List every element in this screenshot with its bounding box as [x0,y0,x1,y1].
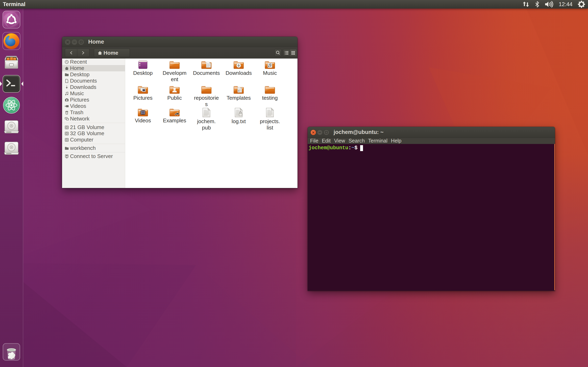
svg-text:a: a [238,89,239,92]
